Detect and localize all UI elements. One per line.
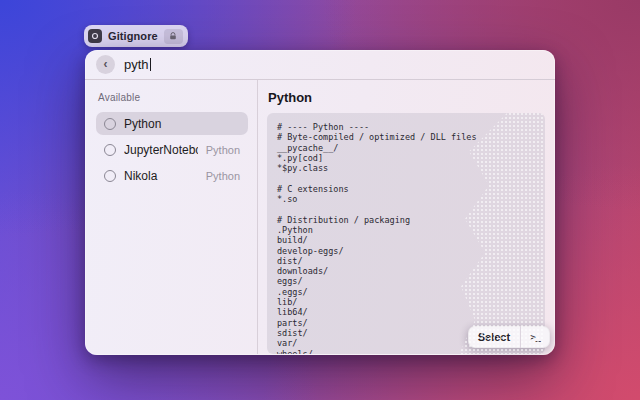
list-item-secondary: Python	[206, 144, 240, 156]
list-item-jupyternotebooks[interactable]: JupyterNotebooks Python	[96, 138, 248, 161]
chip-title: Gitignore	[108, 30, 158, 42]
gitignore-window: ‹ pyth Available Python JupyterNotebooks…	[85, 50, 555, 355]
back-button[interactable]: ‹	[96, 55, 115, 74]
list-item-secondary: Python	[206, 170, 240, 182]
available-list-panel: Available Python JupyterNotebooks Python…	[85, 80, 258, 354]
list-item-python[interactable]: Python	[96, 112, 248, 135]
text-caret	[150, 58, 152, 71]
list-item-label: Nikola	[124, 169, 198, 183]
gitignore-code-text: # ---- Python ---- # Byte-compiled / opt…	[267, 113, 545, 354]
radio-unchecked-icon[interactable]	[104, 118, 116, 130]
list-item-nikola[interactable]: Nikola Python	[96, 164, 248, 187]
search-bar: ‹ pyth	[85, 50, 555, 80]
gitignore-extension-icon	[88, 29, 102, 43]
radio-unchecked-icon[interactable]	[104, 170, 116, 182]
gitignore-code-block: # ---- Python ---- # Byte-compiled / opt…	[267, 113, 545, 354]
list-item-label: JupyterNotebooks	[124, 143, 198, 157]
preview-title: Python	[268, 90, 545, 105]
window-title-chip: Gitignore	[84, 25, 188, 47]
lock-icon	[164, 29, 183, 44]
section-label: Available	[98, 92, 248, 103]
chevron-left-icon: ‹	[104, 58, 108, 70]
list-item-label: Python	[124, 117, 232, 131]
preview-panel: Python # ---- Python ---- # Byte-compile…	[258, 80, 555, 354]
search-input-value: pyth	[124, 57, 149, 72]
radio-unchecked-icon[interactable]	[104, 144, 116, 156]
search-input[interactable]: pyth	[124, 57, 151, 72]
